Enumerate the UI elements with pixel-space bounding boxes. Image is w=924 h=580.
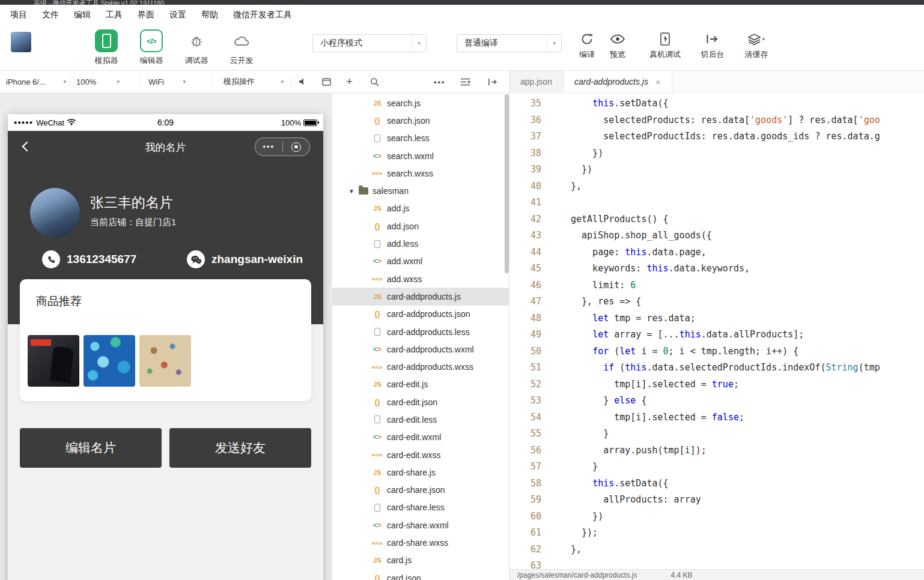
file-tree-item-card-addproducts.js[interactable]: JScard-addproducts.js (332, 288, 509, 305)
line-number: 61 (509, 525, 541, 542)
simulator-toggle-button[interactable]: 模拟器 (87, 29, 126, 66)
user-avatar[interactable] (11, 32, 31, 52)
code-line-48: 48 let tmp = res.data; (509, 310, 924, 327)
editor-icon: </> (140, 29, 163, 52)
real-device-debug-button[interactable]: 真机调试 (644, 31, 686, 60)
file-name: card-edit.js (387, 379, 428, 389)
js-file-icon: JS (370, 469, 384, 476)
file-tree-item-card-share.wxss[interactable]: wxsscard-share.wxss (332, 534, 509, 551)
wxss-file-icon: wxss (370, 365, 384, 369)
phone-number-row[interactable]: 13612345677 (42, 250, 136, 268)
code-line-40: 40}, (509, 178, 924, 195)
file-tree-item-card-edit.js[interactable]: JScard-edit.js (332, 376, 509, 393)
file-name: search.wxml (387, 151, 434, 161)
tab-label: app.json (520, 77, 552, 86)
clouddev-button[interactable]: 云开发 (222, 29, 261, 66)
file-tree-item-search.js[interactable]: JSsearch.js (332, 94, 509, 112)
close-icon[interactable]: × (655, 77, 661, 87)
less-file-icon (370, 240, 384, 248)
tab-card-addproducts.js[interactable]: card-addproducts.js× (564, 71, 672, 92)
menu-item-界面[interactable]: 界面 (135, 8, 157, 22)
file-tree-item-add.json[interactable]: {}add.json (332, 217, 509, 235)
menu-item-文件[interactable]: 文件 (40, 8, 61, 22)
file-tree-item-search.less[interactable]: search.less (332, 130, 509, 147)
debugger-toggle-button[interactable]: 调试器 (177, 29, 216, 66)
file-tree-item-add.js[interactable]: JSadd.js (332, 200, 509, 217)
compile-refresh-icon (580, 31, 594, 47)
json-file-icon: {} (370, 574, 384, 580)
file-tree-item-salesman[interactable]: ▼salesman (332, 182, 509, 199)
file-tree-scrollbar[interactable] (505, 94, 509, 273)
product-image-p3[interactable] (139, 335, 191, 387)
file-tree-item-card-addproducts.wxml[interactable]: <>card-addproducts.wxml (332, 340, 509, 358)
file-tree-item-add.wxml[interactable]: <>add.wxml (332, 253, 509, 270)
product-image-p1[interactable] (28, 335, 79, 387)
action-label: 预览 (610, 49, 625, 60)
speaker-icon[interactable] (299, 71, 308, 92)
file-tree-item-card-addproducts.json[interactable]: {}card-addproducts.json (332, 306, 509, 323)
preview-button[interactable]: 预览 (597, 31, 639, 60)
clear-cache-button[interactable]: ▾ 清缓存 (735, 31, 777, 60)
file-tree-item-card-edit.less[interactable]: card-edit.less (332, 411, 509, 428)
file-tree-item-search.wxss[interactable]: wxsssearch.wxss (332, 165, 509, 182)
file-name: card-addproducts.wxml (387, 345, 474, 354)
less-file-icon (370, 504, 384, 512)
file-tree-item-card-addproducts.wxss[interactable]: wxsscard-addproducts.wxss (332, 358, 509, 375)
file-tree-item-add.wxss[interactable]: wxssadd.wxss (332, 270, 509, 288)
file-tree: JSsearch.js{}search.jsonsearch.less<>sea… (332, 93, 509, 580)
menu-item-帮助[interactable]: 帮助 (199, 8, 220, 22)
send-friend-button[interactable]: 发送好友 (169, 428, 311, 468)
menu-item-微信开发者工具[interactable]: 微信开发者工具 (231, 8, 294, 22)
compile-mode-select[interactable]: 普通编译 ▾ (457, 34, 562, 52)
file-tree-item-search.json[interactable]: {}search.json (332, 112, 509, 129)
js-file-icon: JS (370, 557, 384, 564)
file-tree-item-add.less[interactable]: add.less (332, 235, 509, 252)
mode-select[interactable]: 小程序模式 ▾ (312, 34, 427, 52)
more-menu-button[interactable]: ••• (255, 143, 282, 151)
file-name: card-share.wxss (387, 538, 448, 548)
simulator-panel: ●●●●● WeChat 6:09 100% 我的名片 ••• (0, 93, 332, 580)
wrap-lines-icon[interactable] (460, 71, 470, 92)
menu-item-设置[interactable]: 设置 (167, 8, 189, 22)
line-number: 62 (509, 542, 541, 558)
network-select[interactable]: WiFi ▾ (148, 71, 186, 92)
file-tree-item-card-edit.wxss[interactable]: wxsscard-edit.wxss (332, 446, 509, 464)
file-tree-item-card-addproducts.less[interactable]: card-addproducts.less (332, 323, 509, 340)
file-tree-item-card-share.js[interactable]: JScard-share.js (332, 464, 509, 481)
zoom-select[interactable]: 100% ▾ (76, 71, 120, 92)
file-tree-item-card.json[interactable]: {}card.json (332, 569, 509, 580)
search-icon[interactable] (370, 71, 379, 92)
window-icon[interactable] (322, 71, 331, 92)
edit-card-button[interactable]: 编辑名片 (20, 428, 162, 468)
more-options-icon[interactable]: ••• (434, 71, 446, 92)
wechat-id-row[interactable]: zhangsan-weixin (187, 250, 303, 268)
code-area[interactable]: 35 this.setData({36 selectedProducts: re… (509, 93, 924, 569)
file-tree-item-card-share.less[interactable]: card-share.less (332, 499, 509, 516)
switch-background-button[interactable]: 切后台 (691, 31, 734, 60)
editor-toggle-button[interactable]: </> 编辑器 (132, 29, 171, 66)
device-select[interactable]: iPhone 6/... ▾ (6, 71, 66, 92)
file-tree-item-card-edit.json[interactable]: {}card-edit.json (332, 393, 509, 411)
file-tree-item-search.wxml[interactable]: <>search.wxml (332, 147, 509, 165)
code-line-62: 62}, (509, 542, 924, 558)
code-line-39: 39 }) (509, 162, 924, 178)
menu-item-编辑[interactable]: 编辑 (71, 8, 93, 22)
file-tree-item-card-share.wxml[interactable]: <>card-share.wxml (332, 516, 509, 534)
code-line-63: 63 (509, 558, 924, 569)
file-tree-item-card-edit.wxml[interactable]: <>card-edit.wxml (332, 429, 509, 446)
file-name: card-addproducts.less (387, 327, 470, 337)
code-line-50: 50 for (let i = 0; i < tmp.length; i++) … (509, 343, 924, 360)
recommend-title: 商品推荐 (36, 294, 82, 309)
exit-miniprogram-button[interactable] (283, 142, 310, 152)
file-tree-item-card-share.json[interactable]: {}card-share.json (332, 482, 509, 499)
file-tree-item-card.js[interactable]: JScard.js (332, 552, 509, 569)
menu-item-工具[interactable]: 工具 (103, 8, 125, 22)
add-icon[interactable]: + (346, 71, 353, 92)
simulate-action-select[interactable]: 模拟操作 ▾ (223, 71, 284, 92)
menu-item-项目[interactable]: 项目 (8, 8, 29, 22)
collapse-panel-icon[interactable] (488, 71, 497, 92)
tab-app.json[interactable]: app.json (509, 71, 564, 92)
caret-down-icon[interactable]: ▼ (348, 188, 359, 195)
profile-avatar[interactable] (30, 188, 80, 238)
product-image-p2[interactable] (84, 335, 135, 387)
